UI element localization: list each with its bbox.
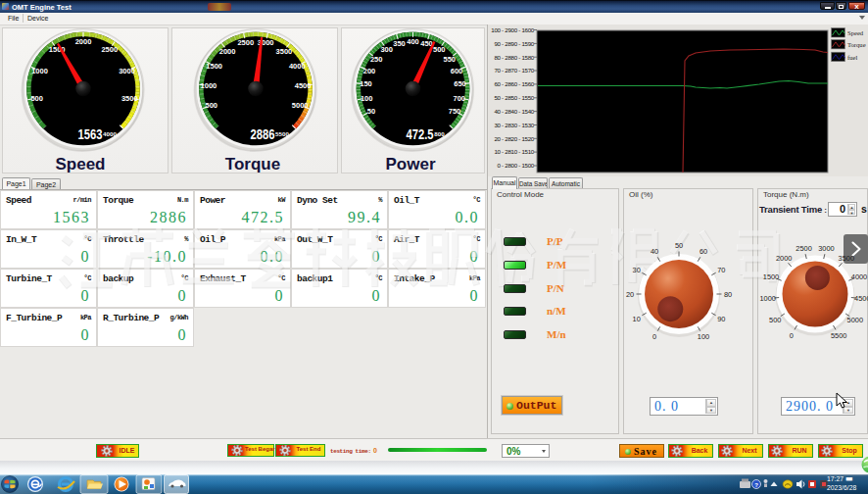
svg-text:200: 200 [363, 67, 376, 75]
svg-text:60: 60 [699, 247, 707, 256]
svg-text:2500: 2500 [796, 244, 811, 253]
svg-text:20: 20 [626, 290, 634, 299]
svg-text:300: 300 [380, 45, 393, 54]
svg-text:650: 650 [454, 79, 466, 88]
svg-text:250: 250 [370, 55, 383, 64]
svg-text:100: 100 [698, 332, 709, 341]
svg-text:0: 0 [652, 332, 656, 341]
svg-text:150: 150 [360, 79, 372, 88]
svg-text:1000: 1000 [201, 81, 217, 90]
svg-text:90: 90 [717, 315, 725, 323]
svg-text:3500: 3500 [276, 47, 293, 56]
svg-text:1563: 1563 [78, 126, 103, 142]
svg-text:2886: 2886 [251, 126, 275, 142]
svg-text:80: 80 [724, 290, 732, 299]
svg-text:5000: 5000 [292, 101, 309, 110]
svg-text:30: 30 [633, 266, 641, 274]
svg-text:2000: 2000 [75, 37, 92, 46]
svg-text:3000: 3000 [119, 67, 135, 75]
svg-text:500: 500 [433, 45, 446, 54]
svg-text:700: 700 [454, 94, 466, 103]
svg-text:500: 500 [206, 101, 218, 110]
svg-text:5500: 5500 [831, 331, 846, 340]
svg-text:100: 100 [361, 94, 373, 103]
svg-text:500: 500 [30, 94, 43, 103]
svg-text:1000: 1000 [759, 294, 775, 303]
svg-text:3000: 3000 [818, 244, 834, 253]
svg-text:800: 800 [434, 130, 445, 137]
svg-text:5000: 5000 [847, 316, 863, 324]
svg-text:50: 50 [367, 107, 375, 116]
svg-text:2500: 2500 [237, 38, 254, 47]
svg-text:500: 500 [769, 316, 781, 324]
svg-text:3500: 3500 [839, 254, 854, 263]
svg-text:600: 600 [451, 67, 463, 75]
svg-text:750: 750 [449, 107, 461, 116]
svg-text:40: 40 [651, 247, 658, 256]
svg-text:4000: 4000 [103, 130, 117, 137]
svg-text:5500: 5500 [275, 130, 289, 137]
svg-text:1500: 1500 [206, 62, 222, 71]
svg-text:472.5: 472.5 [407, 126, 434, 142]
svg-text:1500: 1500 [763, 272, 779, 281]
svg-text:0: 0 [790, 331, 794, 340]
svg-text:350: 350 [393, 39, 406, 48]
svg-text:2500: 2500 [101, 45, 118, 54]
svg-text:4500: 4500 [295, 81, 312, 90]
svg-text:70: 70 [717, 266, 725, 274]
svg-text:10: 10 [633, 315, 641, 323]
svg-text:3500: 3500 [121, 94, 138, 103]
svg-text:4000: 4000 [851, 272, 867, 281]
svg-text:?: ? [754, 482, 758, 488]
svg-text:400: 400 [407, 37, 419, 46]
svg-text:2000: 2000 [219, 47, 236, 56]
svg-text:550: 550 [444, 55, 457, 64]
svg-text:50: 50 [675, 241, 683, 250]
svg-text:1000: 1000 [31, 67, 48, 75]
svg-text:2000: 2000 [776, 254, 792, 263]
svg-text:4000: 4000 [289, 62, 306, 71]
svg-text:4500: 4500 [854, 294, 868, 303]
